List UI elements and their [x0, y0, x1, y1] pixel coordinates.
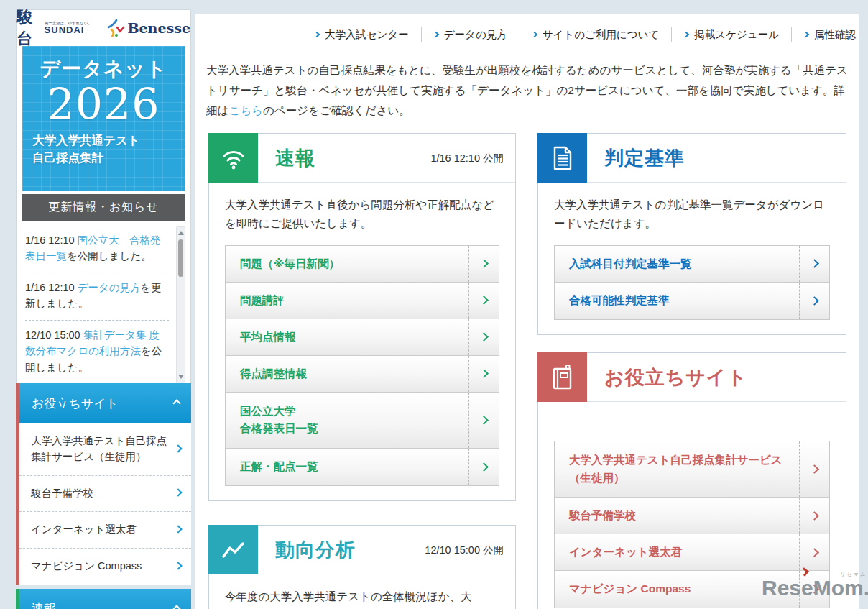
resemom-watermark: リセマム ReseMom.	[762, 576, 868, 600]
chevron-right-icon	[479, 416, 489, 425]
update-date: 1/16 12:10	[25, 282, 78, 293]
benesse-wordmark: Benesse	[127, 20, 190, 36]
nav-item-schedule[interactable]: 掲載スケジュール	[672, 27, 792, 42]
benesse-symbol-icon	[106, 19, 125, 37]
intro-text-after: のページをご確認ください。	[263, 104, 410, 116]
accordion-header-useful-sites[interactable]: お役立ちサイト	[16, 383, 191, 423]
doukou-card-header: 動向分析 12/10 15:00 公開	[209, 526, 515, 574]
nav-item-attribute-check[interactable]: 属性確認	[792, 27, 859, 42]
sidebar-item-self-scoring-service[interactable]: 大学入学共通テスト自己採点集計サービス（生徒用）	[19, 423, 191, 476]
sidebar-item-internet-sentakun[interactable]: インターネット選太君	[19, 512, 191, 549]
document-icon	[537, 133, 587, 183]
update-date: 12/10 15:00	[25, 329, 83, 341]
sidebar-item-manavision-compass[interactable]: マナビジョン Compass	[19, 549, 191, 585]
link-sundai-yobigakko[interactable]: 駿台予備学校	[555, 498, 829, 534]
datanet-2026-banner[interactable]: データネット 2026 大学入学共通テスト 自己採点集計	[22, 46, 185, 191]
link-self-scoring-service[interactable]: 大学入学共通テスト自己採点集計サービス（生徒用）	[555, 441, 829, 498]
sidebar-item-label: インターネット選太君	[31, 523, 137, 535]
banner-year: 2026	[22, 83, 185, 127]
sokuhou-description: 大学入学共通テスト直後から問題分析や正解配点などを即時にご提供いたします。	[225, 196, 499, 234]
update-list-scrollbar[interactable]	[176, 226, 185, 383]
useful-card-header: お役立ちサイト	[538, 353, 846, 402]
chevron-right-icon	[810, 548, 819, 557]
update-item: 1/16 12:10 データの見方を更新しました。	[25, 273, 169, 321]
chevron-right-icon	[174, 562, 182, 569]
nav-item-how-to-read-data[interactable]: データの見方	[422, 27, 520, 42]
chevron-right-icon	[479, 369, 489, 378]
link-label: 合格可能性判定基準	[569, 292, 670, 309]
link-internet-sentakun[interactable]: インターネット選太君	[555, 534, 829, 571]
sundai-roman-logo: SUNDAI	[45, 25, 97, 35]
link-label: 得点調整情報	[240, 365, 307, 383]
chevron-right-icon	[810, 464, 819, 474]
link-seikai-haiten[interactable]: 正解・配点一覧	[226, 449, 499, 485]
link-label: 国公立大学 合格発表日一覧	[240, 403, 318, 437]
update-suffix: を公開しました。	[67, 250, 152, 262]
chevron-right-icon	[803, 32, 809, 37]
sokuhou-link-list: 問題（※毎日新聞） 問題講評 平均点情報 得点調整情報 国公立大学 合格発表日一…	[225, 245, 499, 486]
link-mondai-mainichi[interactable]: 問題（※毎日新聞）	[226, 246, 499, 283]
sidebar-item-sundai-yobigakko[interactable]: 駿台予備学校	[19, 476, 191, 513]
scroll-down-arrow-icon[interactable]	[177, 372, 185, 381]
nav-item-site-usage[interactable]: サイトのご利用について	[520, 27, 673, 42]
book-icon	[537, 352, 587, 402]
scrollbar-thumb[interactable]	[178, 239, 183, 277]
top-navigation: 大学入試センター データの見方 サイトのご利用について 掲載スケジュール 属性確…	[205, 24, 859, 45]
accordion-items: 大学入学共通テスト自己採点集計サービス（生徒用） 駿台予備学校 インターネット選…	[16, 423, 191, 585]
banner-subtitle: 大学入学共通テスト 自己採点集計	[32, 132, 185, 167]
useful-card-title: お役立ちサイト	[604, 365, 747, 390]
update-date: 1/16 12:10	[25, 234, 78, 246]
chevron-right-icon	[683, 32, 689, 37]
line-chart-icon	[208, 525, 258, 574]
chevron-right-icon	[174, 525, 182, 533]
sundai-tagline: 第一志望は、ゆずれない。	[45, 21, 92, 25]
chevron-right-icon	[479, 296, 489, 305]
intro-link-kochira[interactable]: こちら	[228, 104, 263, 116]
update-list: 1/16 12:10 国公立大 合格発表日一覧を公開しました。 1/16 12:…	[17, 221, 190, 389]
link-mondai-kouhyou[interactable]: 問題講評	[226, 283, 499, 319]
chevron-up-icon	[172, 605, 180, 609]
sundai-logo[interactable]: 駿台 第一志望は、ゆずれない。 SUNDAI	[17, 6, 96, 50]
link-goukaku-kanousei-hantei[interactable]: 合格可能性判定基準	[555, 283, 829, 319]
sundai-kanji-logo: 駿台	[17, 6, 42, 50]
scroll-up-arrow-icon[interactable]	[177, 229, 185, 237]
hantei-link-list: 入試科目付判定基準一覧 合格可能性判定基準	[554, 245, 830, 320]
link-goukaku-happyoubi[interactable]: 国公立大学 合格発表日一覧	[226, 393, 499, 449]
nav-item-exam-center[interactable]: 大学入試センター	[303, 27, 422, 42]
sidebar-item-label: マナビジョン Compass	[31, 560, 142, 572]
benesse-logo[interactable]: Benesse	[106, 19, 190, 37]
update-news-bar: 更新情報・お知らせ	[22, 194, 185, 221]
resemom-logo-text: ReseMom.	[762, 576, 868, 600]
nav-label: データの見方	[444, 28, 507, 42]
sokuhou-card: 速報 1/16 12:10 公開 大学入学共通テスト直後から問題分析や正解配点な…	[208, 133, 516, 501]
link-tokuten-chousei[interactable]: 得点調整情報	[226, 356, 499, 393]
sidebar-item-label: 大学入学共通テスト自己採点集計サービス（生徒用）	[31, 435, 167, 462]
hantei-card-title: 判定基準	[604, 145, 685, 171]
doukou-card-title: 動向分析	[275, 537, 356, 563]
update-link[interactable]: データの見方	[78, 282, 141, 293]
hantei-description: 大学入学共通テストの判定基準一覧データがダウンロードいただけます。	[554, 196, 830, 234]
link-label: 大学入学共通テスト自己採点集計サービス（生徒用）	[569, 452, 786, 486]
doukou-bunseki-card: 動向分析 12/10 15:00 公開 今年度の大学入学共通テストの全体概況ほか…	[208, 525, 516, 609]
sokuhou-card-header: 速報 1/16 12:10 公開	[209, 134, 515, 183]
chevron-up-icon	[172, 399, 180, 407]
chevron-right-icon	[433, 32, 438, 37]
chevron-right-icon	[810, 296, 819, 306]
link-label: 平均点情報	[240, 329, 296, 346]
link-label: 問題（※毎日新聞）	[240, 255, 340, 273]
link-heikinten-jouhou[interactable]: 平均点情報	[226, 319, 499, 356]
accordion-header-sokuhou[interactable]: 速報	[16, 589, 191, 609]
sidebar-item-label: 駿台予備学校	[31, 487, 93, 499]
doukou-publish-date: 12/10 15:00 公開	[425, 543, 504, 557]
link-nyuushi-kamoku-hantei[interactable]: 入試科目付判定基準一覧	[555, 246, 829, 283]
chevron-right-icon	[479, 332, 489, 342]
sokuhou-publish-date: 1/16 12:10 公開	[430, 151, 504, 165]
update-item: 1/16 12:10 国公立大 合格発表日一覧を公開しました。	[25, 226, 169, 273]
chevron-right-icon	[531, 32, 537, 37]
nav-label: サイトのご利用について	[542, 28, 660, 42]
wifi-icon	[208, 133, 258, 183]
chevron-right-icon	[479, 462, 489, 472]
update-item: 12/10 15:00 集計データ集 度数分布マクロの利用方法を公開しました。	[25, 321, 169, 384]
chevron-right-icon	[174, 489, 182, 497]
sokuhou-card-title: 速報	[275, 145, 315, 171]
